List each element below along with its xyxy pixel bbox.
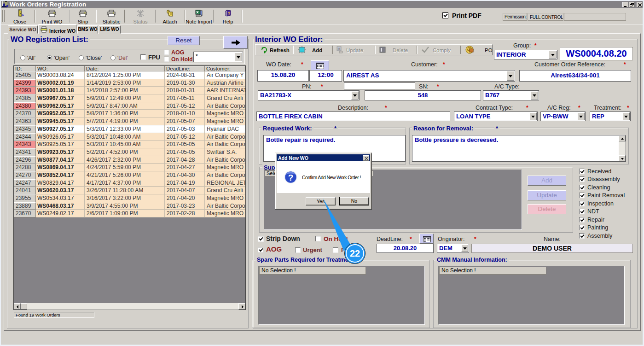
svg-text:22: 22: [350, 248, 360, 258]
